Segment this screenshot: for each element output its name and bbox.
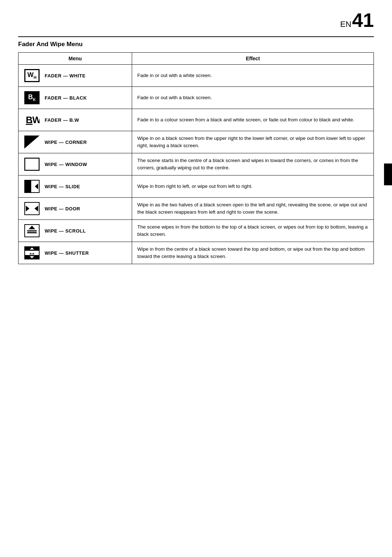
svg-rect-8 bbox=[25, 180, 31, 193]
table-row: WHFADER — WHITEFade in or out with a whi… bbox=[19, 65, 374, 87]
top-rule bbox=[18, 36, 374, 37]
menu-label-wipe-slide: WIPE — SLIDE bbox=[45, 184, 80, 189]
table-row: WIPE — SLIDEWipe in from right to left, … bbox=[19, 175, 374, 198]
menu-label-wipe-door: WIPE — DOOR bbox=[45, 206, 80, 211]
effect-cell-wipe-shutter: Wipe in from the centre of a black scree… bbox=[132, 242, 374, 264]
table-row: WIPE — WINDOWThe scene starts in the cen… bbox=[19, 153, 374, 175]
page-number-area: EN 41 bbox=[340, 10, 374, 30]
svg-text:W: W bbox=[32, 114, 40, 125]
col-header-menu: Menu bbox=[19, 53, 132, 65]
effect-text-fader-white: Fade in or out with a white screen. bbox=[137, 72, 368, 79]
effect-cell-fader-white: Fade in or out with a white screen. bbox=[132, 65, 374, 87]
menu-cell-fader-bw: B . W FADER — B.W bbox=[19, 109, 132, 131]
menu-label-fader-bw: FADER — B.W bbox=[45, 117, 79, 123]
table-row: BKFADER — BLACKFade in or out with a bla… bbox=[19, 87, 374, 109]
effect-cell-wipe-corner: Wipe in on a black screen from the upper… bbox=[132, 131, 374, 153]
menu-cell-fader-white: WHFADER — WHITE bbox=[19, 65, 132, 87]
wipe-shutter-icon bbox=[24, 246, 40, 260]
menu-cell-wipe-window: WIPE — WINDOW bbox=[19, 153, 132, 175]
wipe-door-icon bbox=[24, 201, 40, 216]
menu-cell-wipe-slide: WIPE — SLIDE bbox=[19, 175, 132, 198]
table-row: B . W FADER — B.WFade in to a colour scr… bbox=[19, 109, 374, 131]
effect-cell-wipe-slide: Wipe in from right to left, or wipe out … bbox=[132, 175, 374, 198]
effect-text-wipe-shutter: Wipe in from the centre of a black scree… bbox=[137, 246, 368, 260]
effect-text-fader-black: Fade in or out with a black screen. bbox=[137, 94, 368, 101]
table-row: WIPE — SHUTTERWipe in from the centre of… bbox=[19, 242, 374, 264]
table-row: WIPE — DOORWipe in as the two halves of … bbox=[19, 198, 374, 220]
effect-text-wipe-slide: Wipe in from right to left, or wipe out … bbox=[137, 183, 368, 190]
page-number: 41 bbox=[352, 10, 374, 30]
menu-cell-wipe-corner: WIPE — CORNER bbox=[19, 131, 132, 153]
menu-label-fader-black: FADER — BLACK bbox=[45, 95, 87, 101]
page-en-label: EN bbox=[340, 20, 351, 29]
effect-text-fader-bw: Fade in to a colour screen from a black … bbox=[137, 116, 368, 124]
effect-cell-wipe-scroll: The scene wipes in from the bottom to th… bbox=[132, 220, 374, 242]
svg-rect-16 bbox=[27, 232, 37, 233]
effect-text-wipe-window: The scene starts in the centre of a blac… bbox=[137, 157, 368, 171]
table-row: WIPE — CORNERWipe in on a black screen f… bbox=[19, 131, 374, 153]
section-title: Fader And Wipe Menu bbox=[18, 41, 374, 48]
col-header-effect: Effect bbox=[132, 53, 374, 65]
wipe-window-icon bbox=[24, 157, 40, 171]
fader-white-icon: WH bbox=[24, 68, 40, 83]
wipe-corner-icon bbox=[24, 135, 40, 149]
right-edge-bar bbox=[384, 164, 392, 185]
fader-bw-icon: B . W bbox=[24, 113, 40, 127]
menu-cell-wipe-door: WIPE — DOOR bbox=[19, 198, 132, 220]
fader-black-icon: BK bbox=[24, 90, 40, 105]
fader-wipe-table: Menu Effect WHFADER — WHITEFade in or ou… bbox=[18, 52, 374, 264]
svg-rect-15 bbox=[27, 230, 37, 231]
menu-label-wipe-window: WIPE — WINDOW bbox=[45, 162, 87, 167]
effect-cell-fader-bw: Fade in to a colour screen from a black … bbox=[132, 109, 374, 131]
menu-label-wipe-corner: WIPE — CORNER bbox=[45, 140, 87, 145]
effect-cell-wipe-window: The scene starts in the centre of a blac… bbox=[132, 153, 374, 175]
effect-text-wipe-door: Wipe in as the two halves of a black scr… bbox=[137, 201, 368, 215]
menu-label-fader-white: FADER — WHITE bbox=[45, 73, 86, 78]
wipe-scroll-icon bbox=[24, 223, 40, 238]
effect-cell-fader-black: Fade in or out with a black screen. bbox=[132, 87, 374, 109]
wipe-slide-icon bbox=[24, 179, 40, 194]
effect-text-wipe-scroll: The scene wipes in from the bottom to th… bbox=[137, 223, 368, 238]
effect-cell-wipe-door: Wipe in as the two halves of a black scr… bbox=[132, 198, 374, 220]
table-row: WIPE — SCROLLThe scene wipes in from the… bbox=[19, 220, 374, 242]
menu-label-wipe-scroll: WIPE — SCROLL bbox=[45, 228, 86, 234]
menu-cell-wipe-scroll: WIPE — SCROLL bbox=[19, 220, 132, 242]
menu-label-wipe-shutter: WIPE — SHUTTER bbox=[45, 250, 89, 256]
effect-text-wipe-corner: Wipe in on a black screen from the upper… bbox=[137, 135, 368, 149]
svg-rect-6 bbox=[25, 158, 39, 170]
menu-cell-fader-black: BKFADER — BLACK bbox=[19, 87, 132, 109]
menu-cell-wipe-shutter: WIPE — SHUTTER bbox=[19, 242, 132, 264]
